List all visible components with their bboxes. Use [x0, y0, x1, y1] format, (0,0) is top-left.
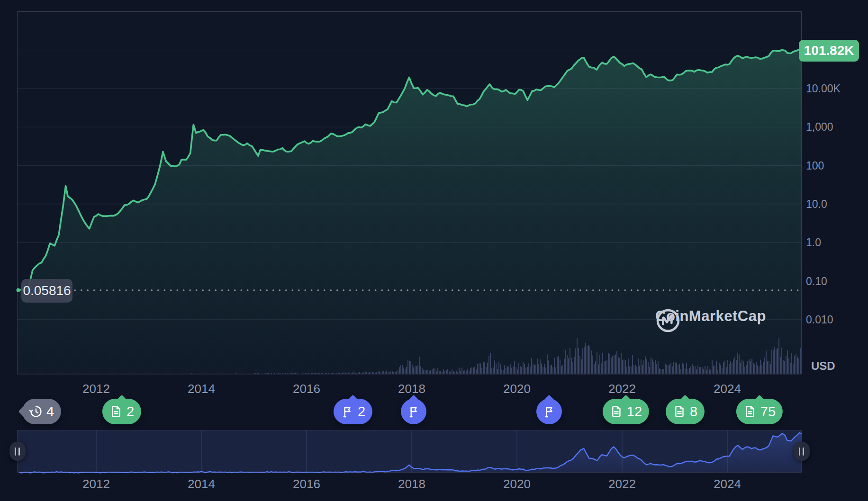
navigator-handle-left[interactable]: [9, 442, 26, 461]
year-label-2022: 2022: [601, 477, 643, 492]
event-marker-flag[interactable]: [401, 399, 426, 424]
document-icon: [673, 405, 686, 418]
document-icon: [610, 405, 623, 418]
coinmarketcap-logo-icon: [655, 308, 681, 333]
document-icon: [109, 405, 123, 418]
marker-count: 75: [760, 404, 776, 420]
year-label-2020: 2020: [496, 382, 538, 396]
year-label-2012: 2012: [75, 477, 118, 492]
year-label-2024: 2024: [706, 382, 749, 396]
year-label-2012: 2012: [75, 382, 118, 396]
navigator[interactable]: [17, 430, 802, 473]
flag-icon: [542, 405, 556, 418]
y-axis-label: 10.0: [806, 197, 863, 211]
marker-count: 4: [46, 404, 54, 420]
event-marker-flag-2[interactable]: 2: [334, 399, 372, 424]
y-axis-label: 10.00K: [806, 81, 863, 96]
year-label-2016: 2016: [285, 382, 328, 396]
event-marker-history-4[interactable]: 4: [22, 399, 61, 424]
marker-count: 2: [358, 404, 365, 420]
marker-count: 8: [690, 404, 697, 420]
year-label-2024: 2024: [706, 477, 749, 492]
y-axis-label: 1,000: [806, 120, 863, 134]
event-marker-document-2[interactable]: 2: [102, 399, 141, 424]
event-marker-flag[interactable]: [536, 399, 562, 424]
year-label-2014: 2014: [180, 477, 223, 492]
event-marker-document-12[interactable]: 12: [603, 399, 649, 424]
y-axis-label: 100: [806, 159, 863, 173]
flag-icon: [407, 405, 420, 418]
coinmarketcap-watermark: CoinMarketCap: [655, 308, 766, 325]
y-axis-label: 0.10: [806, 274, 863, 288]
year-label-2018: 2018: [390, 382, 433, 396]
history-icon: [29, 405, 43, 418]
year-label-2022: 2022: [601, 382, 643, 396]
event-marker-document-8[interactable]: 8: [666, 399, 705, 424]
y-axis-label: 0.010: [806, 313, 863, 327]
document-icon: [743, 405, 757, 418]
navigator-handle-right[interactable]: [794, 442, 810, 461]
y-axis-label: 1.0: [806, 235, 863, 250]
year-label-2016: 2016: [285, 477, 328, 492]
marker-count: 2: [127, 404, 134, 420]
event-marker-document-75[interactable]: 75: [736, 399, 783, 424]
price-chart-canvas: 10.00K1,00010010.01.00.100.010 USD 101.8…: [0, 0, 868, 501]
first-price-label: 0.05816: [21, 279, 72, 303]
flag-icon: [341, 405, 354, 418]
year-label-2020: 2020: [496, 477, 538, 492]
current-price-badge: 101.82K: [799, 40, 859, 62]
year-label-2018: 2018: [390, 477, 433, 492]
marker-count: 12: [627, 404, 642, 420]
usd-unit-label: USD: [811, 359, 835, 373]
year-label-2014: 2014: [180, 382, 223, 396]
